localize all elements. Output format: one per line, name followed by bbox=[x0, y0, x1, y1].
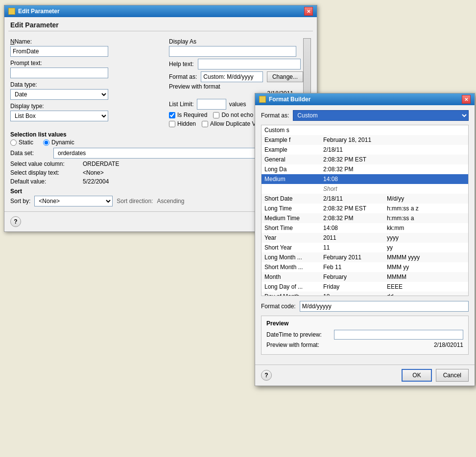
table-row[interactable]: General2:08:32 PM EST bbox=[262, 155, 468, 164]
preview-with-row: Preview with format: 2/18/02011 bbox=[266, 342, 463, 348]
static-label: Static bbox=[19, 139, 33, 146]
hidden-checkbox[interactable] bbox=[169, 121, 175, 127]
allow-duplicate-checkbox[interactable] bbox=[202, 121, 208, 127]
table-row[interactable]: Example2/18/11 bbox=[262, 145, 468, 155]
format-dialog-title: Format Builder bbox=[259, 96, 310, 103]
edit-help-button[interactable]: ? bbox=[10, 216, 21, 227]
edit-dialog-close[interactable]: ✕ bbox=[304, 7, 313, 16]
datetime-row: DateTime to preview: bbox=[266, 330, 463, 340]
preview-section-label: Preview bbox=[266, 320, 463, 327]
table-row[interactable]: Short Month ...Feb 11MMM yy bbox=[262, 262, 468, 272]
display-type-select[interactable]: List Box bbox=[10, 111, 108, 121]
display-as-input[interactable] bbox=[169, 46, 296, 57]
values-label: values bbox=[229, 101, 246, 108]
table-row-selected[interactable]: Medium14:08 bbox=[262, 174, 468, 184]
table-row[interactable]: Long Da2:08:32 PM bbox=[262, 164, 468, 174]
table-row[interactable]: Medium Time2:08:32 PMh:mm:ss a bbox=[262, 213, 468, 223]
dialog-icon bbox=[8, 8, 15, 15]
datetime-label: DateTime to preview: bbox=[266, 331, 330, 338]
sort-direction-label: Sort direction: bbox=[117, 198, 153, 205]
help-text-label: Help text: bbox=[169, 61, 194, 68]
format-dialog-titlebar: Format Builder ✕ bbox=[255, 93, 475, 105]
format-code-label: Format code: bbox=[261, 303, 296, 310]
select-display-label: Select display text: bbox=[10, 169, 79, 176]
format-table: Custom s Example fFebruary 18, 2011 Exam… bbox=[262, 125, 468, 296]
select-value-col-value: ORDERDATE bbox=[83, 160, 119, 167]
name-label: NName: bbox=[10, 38, 161, 45]
table-row[interactable]: Long Month ...February 2011MMMM yyyy bbox=[262, 252, 468, 262]
format-code-input[interactable] bbox=[300, 301, 469, 312]
format-dialog-icon bbox=[259, 96, 266, 103]
format-table-container[interactable]: Custom s Example fFebruary 18, 2011 Exam… bbox=[261, 125, 469, 296]
dynamic-label: Dynamic bbox=[51, 139, 74, 146]
prompt-label: Prompt text: bbox=[10, 60, 161, 67]
format-help-button[interactable]: ? bbox=[261, 370, 272, 381]
static-radio[interactable] bbox=[10, 139, 17, 146]
format-cancel-button[interactable]: Cancel bbox=[436, 369, 469, 382]
format-ok-button[interactable]: OK bbox=[402, 369, 431, 382]
data-set-label: Data set: bbox=[10, 150, 49, 157]
format-code-section: Format code: bbox=[261, 301, 469, 312]
table-row[interactable]: Day of Month18dd bbox=[262, 292, 468, 296]
table-row[interactable]: Long Time2:08:32 PM ESTh:mm:ss a z bbox=[262, 204, 468, 213]
format-dialog-close[interactable]: ✕ bbox=[462, 95, 471, 104]
sort-by-select[interactable]: <None> bbox=[34, 196, 113, 206]
allow-dup-checkbox-item[interactable]: Allow Duplicate Valu bbox=[202, 120, 263, 127]
table-row[interactable]: Custom s bbox=[262, 125, 468, 135]
format-builder-body: Format as: Unformatted February 18, 2011… bbox=[255, 105, 475, 365]
data-type-select[interactable]: Date bbox=[10, 89, 108, 100]
name-input[interactable] bbox=[10, 46, 108, 57]
edit-dialog-titlebar: Edit Parameter ✕ bbox=[4, 5, 317, 17]
sort-by-label: Sort by: bbox=[10, 198, 30, 205]
table-row[interactable]: MonthFebruaryMMMM bbox=[262, 272, 468, 282]
table-row[interactable]: Year2011yyyy bbox=[262, 233, 468, 243]
change-button[interactable]: Change... bbox=[267, 71, 303, 82]
table-row[interactable]: Short Date2/18/11M/d/yy bbox=[262, 194, 468, 204]
select-value-col-label: Select value column: bbox=[10, 160, 79, 167]
format-dialog-footer: ? OK Cancel bbox=[255, 365, 475, 386]
list-limit-label: List Limit: bbox=[169, 101, 194, 108]
fb-format-as-label: Format as: bbox=[261, 112, 289, 119]
do-not-echo-checkbox[interactable] bbox=[213, 112, 219, 118]
table-row[interactable]: Short Year11yy bbox=[262, 243, 468, 252]
table-row[interactable]: Long Day of ...FridayEEEE bbox=[262, 282, 468, 292]
is-required-checkbox-item[interactable]: Is Required bbox=[169, 112, 207, 118]
dynamic-radio[interactable] bbox=[43, 139, 49, 146]
format-as-row: Format as: Unformatted February 18, 2011… bbox=[261, 110, 469, 121]
preview-section: Preview DateTime to preview: Preview wit… bbox=[261, 316, 469, 355]
data-type-label: Data type: bbox=[10, 81, 161, 88]
table-row[interactable]: Example fFebruary 18, 2011 bbox=[262, 135, 468, 145]
hidden-label: Hidden bbox=[177, 120, 196, 127]
datetime-input[interactable] bbox=[334, 330, 463, 340]
format-footer-buttons: OK Cancel bbox=[402, 369, 469, 382]
preview-with-label: Preview with format: bbox=[266, 342, 330, 348]
edit-dialog-title: Edit Parameter bbox=[8, 8, 60, 15]
list-limit-input[interactable] bbox=[197, 99, 226, 110]
static-radio-item[interactable]: Static bbox=[10, 139, 33, 146]
preview-label: Preview with format bbox=[169, 83, 303, 90]
sort-direction-value: Ascending bbox=[157, 198, 184, 205]
format-as-value: Custom: M/dd/yyyy bbox=[203, 73, 253, 80]
format-as-label: Format as: bbox=[169, 73, 197, 80]
header-divider bbox=[8, 31, 313, 31]
help-text-input[interactable] bbox=[198, 59, 301, 69]
format-builder-dialog: Format Builder ✕ Format as: Unformatted … bbox=[255, 93, 475, 386]
select-display-value: <None> bbox=[83, 169, 104, 176]
hidden-checkbox-item[interactable]: Hidden bbox=[169, 120, 196, 127]
preview-with-value: 2/18/02011 bbox=[334, 342, 463, 348]
table-row[interactable]: Short Time14:08kk:mm bbox=[262, 223, 468, 233]
edit-dialog-heading: Edit Parameter bbox=[4, 17, 317, 31]
default-value-value: 5/22/2004 bbox=[83, 178, 109, 185]
prompt-input[interactable] bbox=[10, 68, 108, 78]
table-row[interactable]: Short bbox=[262, 184, 468, 194]
dynamic-radio-item[interactable]: Dynamic bbox=[43, 139, 74, 146]
display-type-label: Display type: bbox=[10, 103, 161, 110]
fb-format-as-select[interactable]: Unformatted February 18, 2011 2:08:32 PM… bbox=[293, 110, 469, 121]
display-as-label: Display As bbox=[169, 38, 303, 45]
is-required-label: Is Required bbox=[177, 112, 207, 118]
is-required-checkbox[interactable] bbox=[169, 112, 175, 118]
default-value-label: Default value: bbox=[10, 178, 79, 185]
